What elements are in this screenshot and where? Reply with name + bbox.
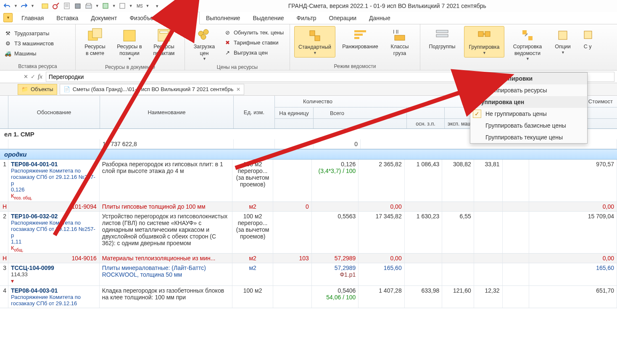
btn-export-prices[interactable]: ↗Выгрузка цен: [224, 48, 284, 57]
svg-rect-33: [522, 30, 527, 34]
tab-phys[interactable]: Физобъем: [123, 12, 163, 24]
tz-icon: ⚙: [4, 39, 12, 47]
qat-icon-1[interactable]: [40, 1, 50, 10]
qat-icon-2[interactable]: [51, 1, 61, 10]
btn-ranking[interactable]: Ранжирование: [340, 26, 381, 52]
btn-res-acts[interactable]: Ресурсыпо актам: [149, 26, 179, 58]
tab-resources[interactable]: Ресурсы: [164, 12, 200, 24]
svg-rect-23: [354, 30, 366, 32]
svg-rect-36: [584, 31, 592, 39]
btn-subgroups[interactable]: Подгруппы: [425, 26, 460, 52]
dd-group-resources[interactable]: Группировать ресурсы: [470, 84, 587, 96]
btn-res-in-pos[interactable]: Ресурсы впозиции▼: [114, 26, 145, 63]
btn-labor[interactable]: ⚒Трудозатраты: [4, 29, 54, 38]
ribbon: ⚒Трудозатраты ⚙ТЗ машинистов 🚜Машины Вст…: [0, 24, 617, 71]
tab-ops[interactable]: Операции: [323, 12, 363, 24]
btn-tariff[interactable]: ✖Тарифные ставки: [224, 38, 284, 47]
btn-standard-mode[interactable]: Стандартный▼: [294, 26, 335, 58]
table-row[interactable]: Н 104-9016 Материалы теплоизоляционные и…: [0, 254, 617, 263]
redo-icon[interactable]: [19, 1, 29, 10]
qat-customize-icon[interactable]: ▾: [156, 3, 158, 9]
btn-tz-mach[interactable]: ⚙ТЗ машинистов: [4, 39, 54, 48]
table-row[interactable]: Н 101-9094 Плиты гипсовые толщиной до 10…: [0, 202, 617, 212]
hdr-qty: Количество: [275, 96, 361, 107]
svg-rect-7: [75, 4, 80, 8]
tab-document[interactable]: Документ: [84, 12, 123, 24]
svg-line-2: [57, 3, 59, 5]
table-row[interactable]: 4 ТЕР08-04-003-01 Распоряжение Комитета …: [0, 286, 617, 308]
hdr-name: Наименование: [100, 96, 234, 128]
k-coef: Кпоз. общ.: [11, 193, 97, 200]
btn-options[interactable]: Опции▼: [551, 26, 575, 57]
grid-body: ел 1. СМР 10 737 622,8 0 ородки 1 ТЕР08-…: [0, 129, 617, 308]
hdr-unit: Ед. изм.: [234, 96, 275, 128]
svg-rect-35: [559, 31, 567, 39]
qat-icon-7[interactable]: [118, 1, 127, 10]
tab-data[interactable]: Данные: [363, 12, 397, 24]
qat-icon-5[interactable]: [84, 1, 93, 10]
group-mode-label: Режим ведомости: [294, 63, 416, 69]
quick-access-toolbar: ▼ ▼ ▼ ▼ ▼ MS ▼ ▾ ГРАНД-Смета, версия 202…: [0, 0, 617, 12]
btn-su-cut[interactable]: С у: [579, 26, 596, 52]
btn-mach[interactable]: 🚜Машины: [4, 49, 54, 58]
undo-icon[interactable]: [3, 1, 12, 10]
svg-rect-17: [160, 31, 168, 33]
fx-icon[interactable]: fx: [38, 73, 42, 80]
qat-icon-4[interactable]: [73, 1, 82, 10]
qat-icon-3[interactable]: [62, 1, 71, 10]
svg-rect-31: [485, 31, 490, 37]
group-band[interactable]: ородки: [0, 149, 617, 160]
btn-cargo-classes[interactable]: I II Классыгруза: [385, 26, 414, 58]
qat-icon-8[interactable]: MS: [134, 1, 144, 10]
close-icon[interactable]: ✕: [236, 86, 240, 92]
qat-5-dropdown[interactable]: ▼: [95, 4, 99, 8]
formula-cancel-icon[interactable]: ✕: [24, 73, 28, 80]
subgroups-icon: [435, 28, 450, 43]
dd-group-current-prices[interactable]: Группировать текущие цены: [470, 131, 587, 143]
doc-tab-estimate[interactable]: 📄 Сметы (база Гранд)...\01-9 исп ВО Виль…: [60, 84, 244, 95]
dd-header-mode: Режим группировки: [470, 73, 587, 84]
dd-header-prices: Группировка цен: [470, 96, 587, 108]
btn-zero-prices[interactable]: ⊘Обнулить тек. цены: [224, 28, 284, 37]
qat-8-dropdown[interactable]: ▼: [146, 4, 150, 8]
table-row[interactable]: 1 ТЕР08-04-001-01 Распоряжение Комитета …: [0, 160, 617, 202]
doc-tab-objects[interactable]: 📁 Объекты: [18, 84, 57, 95]
svg-point-20: [201, 34, 206, 39]
res-pos-icon: [122, 28, 137, 43]
btn-grouping[interactable]: Группировка▼: [464, 26, 504, 58]
svg-rect-11: [120, 3, 125, 8]
table-row[interactable]: 2 ТЕР10-06-032-02 Распоряжение Комитета …: [0, 212, 617, 254]
tab-filter[interactable]: Фильтр: [290, 12, 323, 24]
group-insert-resource-label: Вставка ресурса: [4, 63, 71, 69]
qat-icon-6[interactable]: [101, 1, 110, 10]
tab-exec[interactable]: Выполнение: [200, 12, 246, 24]
svg-text:I II: I II: [393, 29, 398, 35]
dd-group-basic-prices[interactable]: Группировать базисные цены: [470, 120, 587, 131]
ribbon-tabs: ▼ Главная Вставка Документ Физобъем Ресу…: [0, 12, 617, 24]
dd-no-group-prices[interactable]: ✓ Не группировать цены: [470, 108, 587, 120]
group-res-doc-label: Ресурсы в документе: [80, 63, 180, 70]
undo-dropdown-icon[interactable]: ▼: [14, 4, 18, 8]
hdr-basis: Обоснование: [8, 96, 100, 128]
file-menu-button[interactable]: ▼: [3, 13, 13, 22]
load-prices-icon: [197, 28, 212, 43]
svg-rect-14: [92, 29, 102, 38]
formula-input[interactable]: [46, 72, 477, 82]
btn-load-prices[interactable]: Загрузкацен▼: [189, 26, 219, 63]
qat-6-dropdown[interactable]: ▼: [112, 4, 116, 8]
machine-icon: 🚜: [4, 50, 12, 57]
svg-point-19: [203, 29, 208, 34]
table-row[interactable]: 3 ТССЦ-104-0099 114,33 ▾ Плиты минералов…: [0, 263, 617, 286]
tariff-icon: ✖: [224, 39, 231, 46]
code-cell: ТЕР08-04-001-01: [11, 161, 97, 168]
tab-main[interactable]: Главная: [15, 12, 50, 24]
res-smeta-icon: [87, 28, 103, 43]
tab-insert[interactable]: Вставка: [50, 12, 84, 24]
redo-dropdown-icon[interactable]: ▼: [31, 4, 34, 8]
btn-sorting[interactable]: Сортировкаведомости▼: [509, 26, 546, 63]
tab-select[interactable]: Выделение: [246, 12, 290, 24]
formula-accept-icon[interactable]: ✓: [31, 73, 35, 80]
qat-7-dropdown[interactable]: ▼: [129, 4, 133, 8]
btn-res-in-smeta[interactable]: Ресурсыв смете: [80, 26, 110, 58]
hdr-qty-unit: На единицу: [275, 107, 314, 118]
